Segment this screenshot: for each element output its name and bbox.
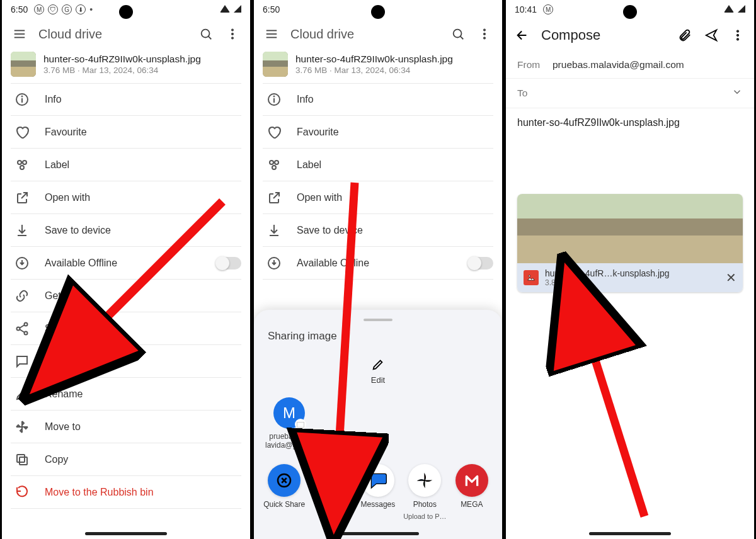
menu-label[interactable]: Label (263, 149, 493, 181)
menu-send-to-chat[interactable]: Send to chat (11, 345, 241, 378)
search-icon[interactable] (450, 26, 466, 42)
svg-point-6 (231, 33, 233, 35)
svg-line-29 (461, 37, 464, 40)
svg-point-28 (454, 30, 462, 38)
svg-point-32 (483, 37, 485, 39)
menu-info[interactable]: Info (11, 83, 241, 116)
status-right-icons (220, 4, 241, 14)
toolbar-title: Cloud drive (290, 27, 439, 42)
file-header: hunter-so-4ufRZ9IIw0k-unsplash.jpg 3.76 … (254, 49, 502, 83)
menu-save-label: Save to device (297, 225, 493, 236)
menu-copy[interactable]: Copy (11, 443, 241, 476)
from-field[interactable]: From pruebas.malavida@gmail.com (506, 52, 754, 79)
sheet-contacts-row: M pruebas.ma lavida@gma… (254, 397, 502, 464)
kebab-icon[interactable] (730, 28, 745, 43)
svg-line-46 (591, 346, 644, 516)
gesture-bar[interactable] (85, 532, 167, 535)
kebab-icon[interactable] (225, 26, 240, 42)
svg-point-45 (529, 275, 530, 277)
gesture-bar[interactable] (337, 532, 419, 535)
kebab-icon[interactable] (477, 26, 492, 42)
svg-line-4 (209, 37, 212, 40)
svg-point-30 (483, 29, 485, 31)
info-icon (14, 92, 30, 107)
download-icon (266, 223, 282, 238)
edit-label: Edit (371, 375, 385, 385)
menu-offline-label: Available Offline (45, 258, 201, 269)
app-messages[interactable]: Messages (357, 464, 399, 520)
mega-status-icon: M (34, 4, 44, 14)
status-time: 6:50 (11, 4, 28, 14)
offline-icon (266, 256, 282, 271)
file-meta: 3.76 MB · Mar 13, 2024, 06:34 (43, 65, 201, 75)
menu-favourite-label: Favourite (297, 127, 493, 138)
menu-save-to-device[interactable]: Save to device (263, 214, 493, 247)
quick-share-icon (268, 464, 301, 497)
menu-rename[interactable]: Rename (11, 378, 241, 411)
svg-point-7 (231, 37, 233, 39)
open-external-icon (14, 190, 30, 205)
screen-2-share-sheet: 6:50 Cloud drive hunter-so-4ufRZ9IIw0k-u… (252, 0, 504, 539)
cell-signal-icon (234, 4, 241, 14)
app-mega[interactable]: MEGA (450, 464, 493, 520)
menu-label-label: Label (297, 159, 493, 171)
offline-toggle[interactable] (468, 257, 493, 270)
menu-favourite-label: Favourite (45, 127, 241, 138)
menu-label[interactable]: Label (11, 149, 241, 181)
app-photos[interactable]: Photos Upload to P… (403, 464, 446, 520)
menu-info[interactable]: Info (263, 83, 493, 116)
menu-chat-label: Send to chat (45, 356, 241, 367)
svg-point-37 (275, 161, 278, 164)
menu-open-with[interactable]: Open with (263, 181, 493, 214)
menu-available-offline[interactable]: Available Offline (263, 247, 493, 280)
svg-line-18 (20, 325, 25, 328)
menu-getlink-label: Get Link (45, 290, 241, 302)
menu-share[interactable]: Share (11, 312, 241, 345)
menu-favourite[interactable]: Favourite (11, 116, 241, 149)
contact-suggestion[interactable]: M pruebas.ma lavida@gma… (265, 397, 313, 450)
app-toolbar: Cloud drive (254, 19, 502, 49)
menu-move-to[interactable]: Move to (11, 411, 241, 443)
chevron-down-icon[interactable] (731, 86, 743, 100)
chat-icon (14, 354, 30, 369)
compose-toolbar: Compose (506, 19, 754, 52)
hamburger-icon[interactable] (264, 26, 279, 42)
app-gmail[interactable]: Gmail (309, 464, 352, 520)
to-label: To (517, 88, 553, 99)
svg-point-31 (483, 33, 485, 35)
svg-point-10 (22, 96, 23, 97)
sheet-grabber[interactable] (364, 319, 392, 321)
search-icon[interactable] (198, 26, 214, 42)
move-icon (14, 419, 30, 434)
menu-rubbish-bin[interactable]: Move to the Rubbish bin (11, 476, 241, 509)
edit-button[interactable]: Edit (254, 358, 502, 385)
svg-point-12 (23, 161, 26, 164)
to-field[interactable]: To (506, 79, 754, 108)
remove-attachment-icon[interactable]: ✕ (726, 270, 736, 285)
compose-title: Compose (541, 27, 666, 43)
hamburger-icon[interactable] (12, 26, 27, 42)
menu-share-label: Share (45, 323, 241, 334)
menu-open-with[interactable]: Open with (11, 181, 241, 214)
menu-save-to-device[interactable]: Save to device (11, 214, 241, 247)
offline-toggle[interactable] (216, 257, 241, 270)
back-icon[interactable] (515, 28, 530, 43)
attachment-name: hunter-so-4ufR…k-unsplash.jpg (545, 268, 719, 278)
svg-point-3 (202, 30, 210, 38)
app-quick-share[interactable]: Quick Share (263, 464, 306, 520)
menu-favourite[interactable]: Favourite (263, 116, 493, 149)
send-icon[interactable] (704, 28, 719, 43)
svg-point-36 (270, 161, 273, 164)
attachment-card[interactable]: hunter-so-4ufR…k-unsplash.jpg 3.8 MB ✕ (517, 194, 743, 292)
attachment-icon[interactable] (677, 28, 692, 43)
svg-rect-23 (17, 455, 25, 462)
menu-get-link[interactable]: Get Link (11, 280, 241, 312)
menu-available-offline[interactable]: Available Offline (11, 247, 241, 280)
gesture-bar[interactable] (589, 532, 671, 535)
file-name: hunter-so-4ufRZ9IIw0k-unsplash.jpg (43, 54, 201, 65)
annotation-arrow-3 (556, 327, 682, 531)
link-icon (14, 288, 30, 304)
status-right-icons (724, 4, 745, 14)
subject-field[interactable]: hunter-so-4ufRZ9IIw0k-unsplash.jpg (506, 108, 754, 133)
status-more-icon: • (89, 4, 94, 14)
